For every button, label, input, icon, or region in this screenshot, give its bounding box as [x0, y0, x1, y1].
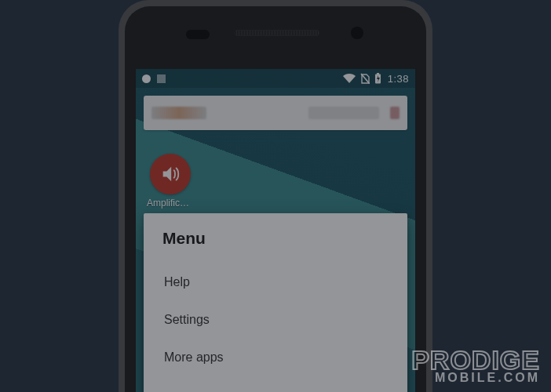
google-logo-blurred — [151, 107, 206, 119]
phone-body: 1:38 Amplificador d.. — [125, 6, 426, 392]
no-sim-icon — [360, 73, 370, 84]
front-camera — [351, 27, 363, 39]
svg-rect-2 — [377, 73, 379, 74]
mic-icon-blurred — [390, 107, 400, 119]
menu-item-settings[interactable]: Settings — [162, 301, 389, 339]
status-clock: 1:38 — [388, 73, 409, 85]
phone-screen: 1:38 Amplificador d.. — [136, 69, 415, 392]
battery-charging-icon — [374, 73, 381, 84]
search-text-blurred — [308, 107, 379, 119]
status-bar: 1:38 — [136, 69, 415, 88]
menu-item-more-apps[interactable]: More apps — [162, 339, 389, 376]
wifi-icon — [343, 74, 356, 83]
app-shortcut-amplificador[interactable]: Amplificador d.. — [147, 154, 194, 209]
earpiece — [235, 30, 319, 36]
menu-popup: Menu Help Settings More apps — [144, 213, 407, 392]
menu-title: Menu — [162, 229, 389, 248]
notification-dot-icon — [142, 74, 151, 83]
menu-item-help[interactable]: Help — [162, 263, 389, 301]
notification-square-icon — [157, 74, 166, 83]
phone-frame: 1:38 Amplificador d.. — [119, 0, 432, 392]
app-shortcut-label: Amplificador d.. — [147, 198, 194, 209]
google-search-bar[interactable] — [144, 96, 407, 130]
proximity-sensor — [186, 30, 210, 39]
speaker-icon — [150, 154, 191, 194]
